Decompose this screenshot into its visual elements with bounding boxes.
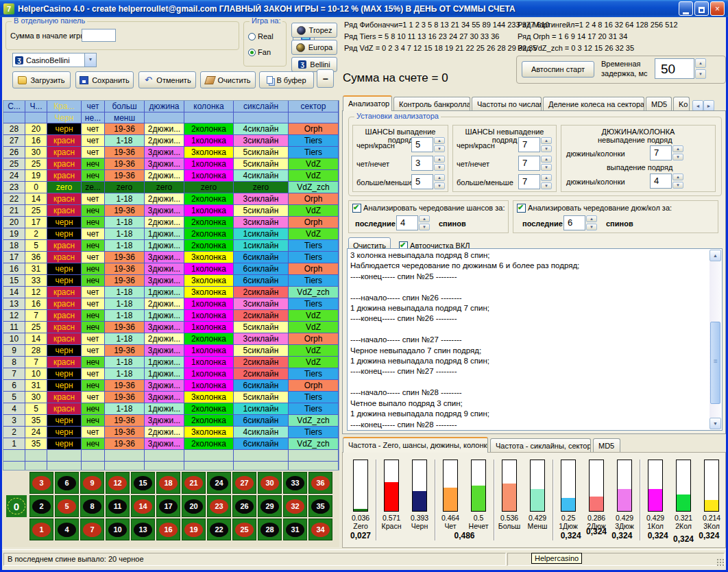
cell[interactable]: 3дюжи... xyxy=(145,275,184,286)
cell[interactable]: 19-36 xyxy=(105,415,145,426)
board-cell-13[interactable]: 13 xyxy=(131,519,155,540)
cell[interactable]: VdZ xyxy=(289,345,339,356)
board-cell-30[interactable]: 30 xyxy=(258,472,282,494)
cell[interactable]: 19-36 xyxy=(105,205,145,216)
cell[interactable]: Tiers xyxy=(289,403,339,414)
cell[interactable]: чет xyxy=(82,298,105,309)
cell[interactable]: 30 xyxy=(25,392,47,403)
board-cell-25[interactable]: 25 xyxy=(232,519,256,540)
cell[interactable]: 5 xyxy=(25,403,47,414)
cell[interactable]: 1колонка xyxy=(184,135,234,146)
cell[interactable]: 5 xyxy=(25,240,47,251)
b1r3-down[interactable]: ▼ xyxy=(434,182,445,189)
dc-r1-down[interactable]: ▼ xyxy=(672,154,683,160)
cell[interactable]: 2колонка xyxy=(184,333,234,344)
cell[interactable]: VdZ xyxy=(289,170,339,181)
cell[interactable]: 2сиклайн xyxy=(234,357,289,368)
cell[interactable]: 3сиклайн xyxy=(234,135,289,146)
cell[interactable]: 3дюжи... xyxy=(145,158,184,169)
b1r2-spinner[interactable]: 3 ▲▼ xyxy=(411,156,445,171)
board-cell-35[interactable]: 35 xyxy=(308,495,332,517)
cell[interactable]: чет xyxy=(82,345,105,356)
cell[interactable]: 6сиклайн xyxy=(234,275,289,286)
casino-tropez-button[interactable]: Tropez xyxy=(291,23,337,38)
table-row-7[interactable]: 710чернчет1-181дюжи...1колонка2сиклайнTi… xyxy=(3,368,339,380)
b1r1-up[interactable]: ▲ xyxy=(434,137,445,144)
cell[interactable]: черн xyxy=(47,228,82,239)
board-cell-20[interactable]: 20 xyxy=(182,495,206,517)
table-row-18[interactable]: 185красннеч1-181дюжи...2колонка1сиклайнT… xyxy=(3,240,339,252)
cell[interactable]: Tiers xyxy=(289,368,339,379)
cell[interactable]: красн xyxy=(47,147,82,158)
check1-up[interactable]: ▲ xyxy=(419,215,430,222)
table-row-9[interactable]: 928чернчет19-363дюжи...1колонка5сиклайнV… xyxy=(3,345,339,357)
cell[interactable]: 1-18 xyxy=(105,217,145,228)
cell[interactable]: 1колонка xyxy=(184,298,234,309)
cell[interactable]: чет xyxy=(82,123,105,134)
table-row-5[interactable]: 530краснчет19-363дюжи...3колонка5сиклайн… xyxy=(3,392,339,403)
cell[interactable]: 2дюжи... xyxy=(145,298,184,309)
cell[interactable]: 11 xyxy=(3,322,25,333)
b1r2-value[interactable]: 3 xyxy=(411,156,433,171)
scroll-thumb[interactable] xyxy=(710,322,720,404)
board-cell-0[interactable]: 0 xyxy=(6,495,27,517)
check1-down[interactable]: ▼ xyxy=(419,224,430,230)
cell[interactable]: красн xyxy=(47,322,82,333)
b1r2-up[interactable]: ▲ xyxy=(434,156,445,163)
cell[interactable]: 19-36 xyxy=(105,438,145,449)
cell[interactable]: 10 xyxy=(3,333,25,344)
cell[interactable]: 19-36 xyxy=(105,322,145,333)
cell[interactable]: Orph xyxy=(289,380,339,391)
cell[interactable]: 0 xyxy=(25,182,47,193)
cell[interactable]: 2колонка xyxy=(184,415,234,426)
b2r2-spinner[interactable]: 7 ▲▼ xyxy=(518,156,552,171)
dc-r2-down[interactable]: ▼ xyxy=(672,182,683,189)
tab-scroll-left-icon[interactable]: ◄ xyxy=(692,100,703,111)
board-cell-15[interactable]: 15 xyxy=(131,472,155,494)
cell[interactable]: VdZ_zch xyxy=(289,287,339,298)
cell[interactable]: 2дюжи... xyxy=(145,427,184,438)
board-cell-7[interactable]: 7 xyxy=(80,519,104,540)
cell[interactable]: 3дюжи... xyxy=(145,322,184,333)
cell[interactable]: 1-18 xyxy=(105,240,145,251)
tab-number-frequencies[interactable]: Частоты по числам xyxy=(472,97,542,111)
cell[interactable]: 1колонка xyxy=(184,322,234,333)
table-row-4[interactable]: 45красннеч1-181дюжи...2колонка1сиклайнTi… xyxy=(3,403,339,415)
cell[interactable]: 3дюжи... xyxy=(145,345,184,356)
b1r1-value[interactable]: 5 xyxy=(411,137,433,152)
cell[interactable]: 1колонка xyxy=(184,158,234,169)
cell[interactable]: 14 xyxy=(25,333,47,344)
cell[interactable]: 1колонка xyxy=(184,368,234,379)
check2-value[interactable]: 6 xyxy=(563,215,585,230)
board-cell-31[interactable]: 31 xyxy=(283,519,307,540)
cell[interactable]: 3 xyxy=(3,415,25,426)
board-cell-29[interactable]: 29 xyxy=(258,495,282,517)
cell[interactable]: чет xyxy=(82,147,105,158)
cell[interactable]: 1-18 xyxy=(105,135,145,146)
check2-spinner[interactable]: 6 ▲▼ xyxy=(563,215,597,230)
cell[interactable]: черн xyxy=(47,123,82,134)
cell[interactable]: 21 xyxy=(3,205,25,216)
cell[interactable]: 5сиклайн xyxy=(234,147,289,158)
b2r2-down[interactable]: ▼ xyxy=(541,164,552,171)
undo-button[interactable]: ↶ Отменить xyxy=(138,71,196,88)
tab-freq-md5[interactable]: MD5 xyxy=(593,438,620,453)
cell[interactable]: красн xyxy=(47,392,82,403)
cell[interactable]: 3дюжи... xyxy=(145,392,184,403)
cell[interactable]: неч xyxy=(82,158,105,169)
scroll-down-icon[interactable]: ▼ xyxy=(709,418,721,429)
board-cell-18[interactable]: 18 xyxy=(156,472,180,494)
cell[interactable]: черн xyxy=(47,275,82,286)
board-cell-34[interactable]: 34 xyxy=(308,519,332,540)
cell[interactable]: 20 xyxy=(25,123,47,134)
cell[interactable]: 19-36 xyxy=(105,345,145,356)
cell[interactable]: VdZ xyxy=(289,205,339,216)
cell[interactable]: 19 xyxy=(3,228,25,239)
cell[interactable]: 1дюжи... xyxy=(145,357,184,368)
cell[interactable]: неч xyxy=(82,357,105,368)
table-row-27[interactable]: 2716краснчет1-182дюжи...1колонка3сиклайн… xyxy=(3,135,339,147)
cell[interactable]: 3колонка xyxy=(184,275,234,286)
resize-grip[interactable] xyxy=(716,558,725,567)
cell[interactable]: 5сиклайн xyxy=(234,345,289,356)
table-row-26[interactable]: 2630краснчет19-363дюжи...3колонка5сиклай… xyxy=(3,147,339,158)
